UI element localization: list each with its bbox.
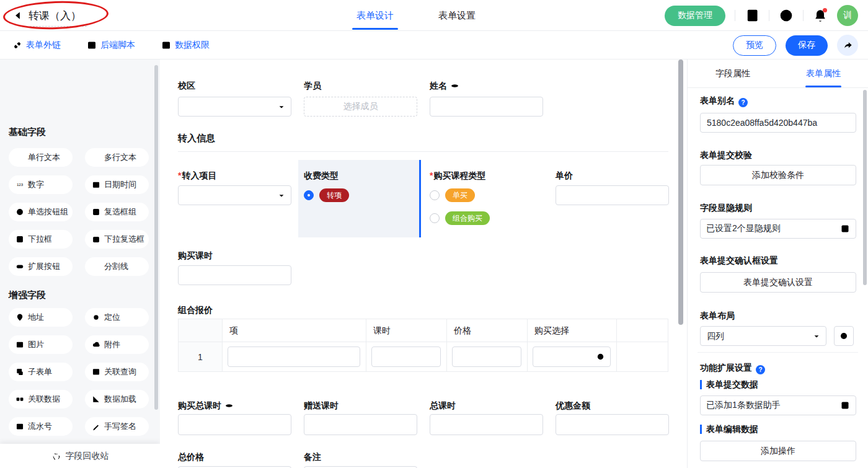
field-item-select[interactable]: 下拉框: [9, 230, 73, 249]
sidebar-scrollbar[interactable]: [154, 65, 158, 410]
discount-amount-input[interactable]: [556, 414, 669, 435]
field-item-signature[interactable]: 手写签名: [85, 417, 149, 436]
table-hours-input[interactable]: [371, 347, 441, 367]
radio-checked[interactable]: [304, 190, 314, 200]
field-item-label: 手写签名: [104, 421, 136, 432]
recycle-icon: [51, 451, 61, 461]
total-hours-input[interactable]: [430, 414, 543, 435]
field-item-serial-number[interactable]: 流水号: [9, 417, 73, 436]
data-permission-link[interactable]: 数据权限: [161, 40, 210, 51]
field-recycle-bin[interactable]: 字段回收站: [0, 444, 160, 468]
signature-icon: [92, 422, 100, 431]
tab-form-properties[interactable]: 表单属性: [778, 60, 868, 87]
notification-bell[interactable]: [813, 8, 828, 23]
panel-scrollbar[interactable]: [863, 90, 867, 285]
student-member-picker[interactable]: 选择成员: [304, 97, 417, 117]
radio-unchecked[interactable]: [430, 213, 440, 223]
submit-confirm-settings-button[interactable]: 表单提交确认设置: [700, 272, 856, 293]
unit-price-input[interactable]: [556, 185, 669, 205]
tab-field-properties[interactable]: 字段属性: [688, 60, 778, 87]
field-item-datetime[interactable]: 日期时间: [85, 175, 149, 194]
field-item-label: 下拉复选框: [104, 234, 144, 245]
backend-script-link[interactable]: 后端脚本: [87, 40, 135, 51]
divider-icon: [92, 262, 100, 271]
divider: [735, 10, 735, 21]
save-button[interactable]: 保存: [786, 35, 828, 56]
transfer-project-select[interactable]: [178, 185, 291, 205]
purchase-hours-input[interactable]: [178, 265, 291, 285]
table-price-input[interactable]: [452, 347, 521, 367]
linked-data-icon: [16, 395, 24, 404]
total-purchase-hours-input[interactable]: [178, 414, 291, 435]
total-price-label: 总价格: [178, 452, 204, 463]
field-item-attachment[interactable]: 附件: [85, 335, 149, 354]
field-item-linked-data[interactable]: 关联数据: [9, 390, 73, 408]
form-layout-select[interactable]: 四列: [700, 326, 826, 346]
form-external-link[interactable]: 表单外链: [12, 40, 61, 51]
gift-hours-label: 赠送课时: [304, 400, 339, 412]
divider: [769, 10, 769, 21]
link-label: 后端脚本: [100, 40, 135, 51]
field-item-single-line-text[interactable]: 单行文本: [9, 148, 73, 167]
help-icon[interactable]: [779, 8, 794, 23]
page-title[interactable]: 转课（入）: [29, 9, 81, 23]
table-item-input[interactable]: [228, 347, 360, 367]
table-header-price: 价格: [446, 319, 471, 342]
layout-settings-button[interactable]: [834, 326, 854, 346]
tab-form-settings[interactable]: 表单设置: [438, 0, 476, 31]
course-type-option-row[interactable]: 组合购买: [430, 211, 490, 225]
table-header-purchase-choice: 购买选择: [527, 319, 569, 342]
field-item-multi-select[interactable]: 下拉复选框: [85, 230, 149, 249]
gift-hours-input[interactable]: [304, 414, 417, 435]
target-icon: [596, 352, 605, 361]
field-item-image[interactable]: 图片: [9, 335, 73, 354]
unit-price-label: 单价: [556, 170, 573, 182]
chevron-down-icon: [813, 333, 820, 340]
field-item-number[interactable]: 数字: [9, 175, 73, 194]
link-label: 表单外链: [26, 40, 61, 51]
field-item-divider[interactable]: 分割线: [85, 257, 149, 276]
back-icon[interactable]: [12, 10, 24, 21]
add-action-button[interactable]: 添加操作: [700, 441, 856, 461]
canvas-scrollbar[interactable]: [678, 60, 683, 325]
course-type-label: *购买课程类型: [430, 170, 485, 182]
field-item-checkbox-group[interactable]: 复选框组: [85, 203, 149, 221]
tab-form-design[interactable]: 表单设计: [356, 0, 394, 31]
field-item-radio-group[interactable]: 单选按钮组: [9, 203, 73, 221]
preview-button[interactable]: 预览: [733, 35, 776, 56]
form-alias-input[interactable]: 5180c2ea08ffa5d420b447ba: [700, 113, 856, 133]
share-button[interactable]: [837, 35, 858, 56]
field-item-location[interactable]: 定位: [85, 308, 149, 327]
avatar[interactable]: 训: [837, 5, 858, 26]
field-item-lookup[interactable]: 关联查询: [85, 363, 149, 381]
data-manage-button[interactable]: 数据管理: [665, 6, 725, 26]
form-layout-label: 表单布局: [700, 311, 735, 322]
field-item-label: 日期时间: [104, 179, 136, 190]
field-item-data-load[interactable]: 数据加载: [85, 390, 149, 408]
course-type-option-row[interactable]: 单买: [430, 188, 475, 202]
contacts-book-icon[interactable]: [745, 8, 760, 23]
help-icon[interactable]: ?: [738, 98, 748, 107]
discount-amount-label: 优惠金额: [556, 400, 590, 412]
edit-icon[interactable]: [840, 224, 850, 234]
panel-divider: [698, 352, 858, 353]
campus-field-label: 校区: [178, 81, 195, 92]
fee-type-option-row[interactable]: 转项: [304, 188, 349, 202]
table-purchase-choice-input[interactable]: [533, 347, 611, 367]
radio-unchecked[interactable]: [430, 190, 440, 200]
field-item-address[interactable]: 地址: [9, 308, 73, 327]
transfer-project-label: *转入项目: [178, 170, 216, 182]
column-border: [616, 319, 617, 371]
help-icon[interactable]: ?: [756, 365, 765, 374]
add-check-condition-button[interactable]: 添加校验条件: [700, 165, 856, 185]
edit-data-subheader: 表单编辑数据: [700, 425, 758, 434]
field-item-subform[interactable]: 子表单: [9, 363, 73, 381]
visibility-rules-box[interactable]: 已设置2个显隐规则: [700, 219, 856, 239]
submit-data-box[interactable]: 已添加1条数据助手: [700, 395, 856, 415]
edit-icon[interactable]: [840, 400, 850, 410]
field-item-extend-button[interactable]: 扩展按钮: [9, 257, 73, 276]
name-input[interactable]: [430, 97, 543, 117]
radio-group-icon: [16, 208, 24, 216]
field-item-multi-line-text[interactable]: 多行文本: [85, 148, 149, 167]
campus-select[interactable]: [178, 97, 291, 117]
